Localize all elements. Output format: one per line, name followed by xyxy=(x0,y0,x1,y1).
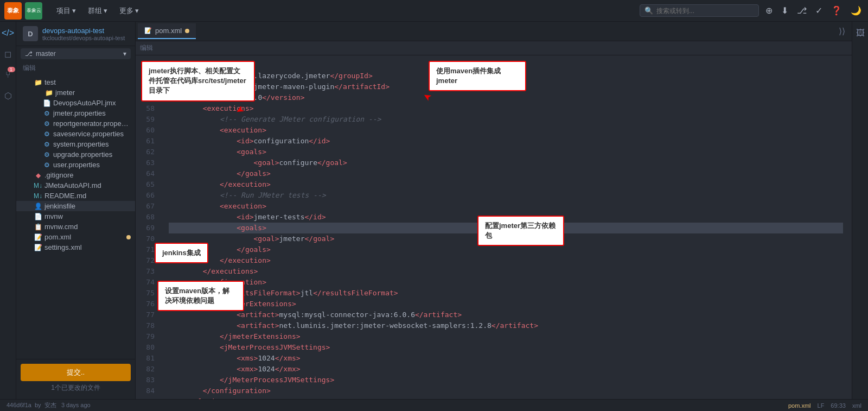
tree-item-reportgen[interactable]: ⚙ reportgenerator.properties xyxy=(16,118,135,129)
modified-badge xyxy=(126,235,131,239)
gear-icon: ⚙ xyxy=(42,110,51,117)
tree-item-label: test xyxy=(44,78,131,86)
md-icon: M↓ xyxy=(34,182,42,189)
editor-toolbar: 编辑 xyxy=(136,41,852,55)
tree-item-mvnwcmd[interactable]: 📋 mvnw.cmd xyxy=(16,222,135,232)
tree-item-jmeta-md[interactable]: M↓ JMetaAutoAPI.md xyxy=(16,180,135,191)
top-nav: 泰象 泰象云 项目 ▾ 群组 ▾ 更多 ▾ 🔍 ⊕ ⬇ ⎇ ✓ ❓ 🌙 xyxy=(0,0,868,22)
status-filename: pom.xml xyxy=(788,402,811,409)
tree-item-label: saveservice.properties xyxy=(53,130,131,138)
tree-item-user-props[interactable]: ⚙ user.properties xyxy=(16,160,135,170)
branch-selector[interactable]: ⎇ master ▾ xyxy=(21,48,131,59)
tree-item-label: settings.xml xyxy=(44,243,131,251)
tree-item-label: JMetaAutoAPI.md xyxy=(44,181,131,189)
branch-icon-small: ⎇ xyxy=(25,50,33,58)
jenkins-icon: 👤 xyxy=(34,203,42,210)
tree-item-test[interactable]: 📁 test xyxy=(16,77,135,87)
status-right: pom.xml LF 69:33 xml xyxy=(788,402,861,409)
xml-icon: 📝 xyxy=(34,244,42,251)
search-input[interactable] xyxy=(656,7,743,15)
nav-menu-more[interactable]: 更多 ▾ xyxy=(114,4,144,18)
gear-icon: ⚙ xyxy=(42,130,51,138)
branch-icon[interactable]: ⎇ xyxy=(795,3,809,18)
commit-button[interactable]: 提交.. xyxy=(21,364,131,381)
md-icon: M↓ xyxy=(34,192,42,200)
tree-item-label: pom.xml xyxy=(44,233,124,241)
merge-badge: 1 xyxy=(8,67,15,72)
nav-menu-project[interactable]: 项目 ▾ xyxy=(51,4,81,18)
repo-name[interactable]: devops-autoapi-test xyxy=(42,27,125,35)
preview-icon[interactable]: 🖼 xyxy=(854,26,867,40)
download-icon[interactable]: ⬇ xyxy=(779,3,790,18)
logo-icon-sub[interactable]: 泰象云 xyxy=(25,2,42,20)
tree-item-label: user.properties xyxy=(53,161,131,169)
tree-item-system[interactable]: ⚙ system.properties xyxy=(16,139,135,149)
branch-name: master xyxy=(36,50,56,58)
file-explorer: D devops-autoapi-test tkcloudtest/devops… xyxy=(16,22,136,399)
right-panel: 🖼 xyxy=(852,22,868,399)
commit-author: 安杰 xyxy=(44,402,56,408)
tree-item-settingsxml[interactable]: 📝 settings.xml xyxy=(16,242,135,252)
commit-hash: 446d6f1a xyxy=(7,402,31,408)
user-avatar[interactable]: 🌙 xyxy=(848,3,864,18)
main-area: </> ◻ ⑂ 1 ⬡ D devops-autoapi-test tkclou… xyxy=(0,22,868,399)
status-language: xml xyxy=(852,402,861,409)
commit-bar: 提交.. 1个已更改的文件 xyxy=(16,359,135,399)
gear-icon: ⚙ xyxy=(42,120,51,128)
tree-item-gitignore[interactable]: ◆ .gitignore xyxy=(16,170,135,180)
nav-search[interactable]: 🔍 xyxy=(640,4,759,17)
tree-item-label: README.md xyxy=(44,192,131,200)
merge-icon[interactable]: ⑂ 1 xyxy=(3,68,13,82)
tree-item-readme[interactable]: M↓ README.md xyxy=(16,191,135,201)
commit-status: 1个已更改的文件 xyxy=(21,381,131,395)
search-icon: 🔍 xyxy=(644,7,653,15)
tree-item-jmeter-props[interactable]: ⚙ jmeter.properties xyxy=(16,108,135,118)
tree-item-label: jmeter xyxy=(55,88,131,97)
tree-item-jmeter[interactable]: 📁 jmeter xyxy=(16,87,135,98)
cmd-icon: 📋 xyxy=(34,223,42,231)
commit-time: 3 days ago xyxy=(61,402,91,408)
file-icon: 📄 xyxy=(42,99,51,107)
annotation-jenkins: jenkins集成 xyxy=(155,243,208,263)
repo-info: devops-autoapi-test tkcloudtest/devops-a… xyxy=(42,27,125,41)
editor-area: 📝 pom.xml ⟩⟩ 编辑 545556575859606162636465… xyxy=(136,22,852,399)
repo-avatar: D xyxy=(23,26,38,41)
editor-tabs: 📝 pom.xml ⟩⟩ xyxy=(136,22,852,41)
git-icon: ◆ xyxy=(34,172,42,179)
branch-chevron: ▾ xyxy=(123,50,126,58)
annotation-maven-version: 设置maven版本，解决环境依赖问题 xyxy=(157,281,244,311)
tree-item-label: mvnw.cmd xyxy=(44,223,131,231)
tab-modified-dot xyxy=(185,29,189,33)
tree-item-label: jenkinsfile xyxy=(44,202,131,210)
annotation-third-party: 配置jmeter第三方依赖包 xyxy=(477,216,564,246)
code-icon[interactable]: </> xyxy=(0,26,16,40)
pipeline-icon[interactable]: ⬡ xyxy=(2,88,14,103)
status-bar: 446d6f1a by 安杰 3 days ago pom.xml LF 69:… xyxy=(0,399,868,411)
tree-item-label: jmeter.properties xyxy=(53,109,131,117)
folder-icon: 📁 xyxy=(34,79,42,86)
file-tree: 📁 test 📁 jmeter 📄 DevopsAutoAPI.jmx ⚙ jm… xyxy=(16,75,135,359)
annotation-jmeter-files: jmeter执行脚本、相关配置文件托管在代码库src/test/jmeter目录… xyxy=(141,61,255,102)
tab-xml-icon: 📝 xyxy=(144,27,152,34)
status-line-ending: LF xyxy=(818,402,825,409)
tree-item-jenkinsfile[interactable]: 👤 jenkinsfile xyxy=(16,201,135,211)
plus-icon[interactable]: ⊕ xyxy=(763,3,775,18)
toolbar-label: 编辑 xyxy=(140,44,153,52)
status-left: 446d6f1a by 安杰 3 days ago xyxy=(7,401,91,409)
nav-menu-group[interactable]: 群组 ▾ xyxy=(82,4,113,18)
check-icon[interactable]: ✓ xyxy=(813,3,825,18)
editor-content: 5455565758596061626364656667686970717273… xyxy=(136,55,852,399)
issues-icon[interactable]: ◻ xyxy=(2,47,14,61)
tree-item-label: system.properties xyxy=(53,140,131,148)
tree-item-jmx[interactable]: 📄 DevopsAutoAPI.jmx xyxy=(16,98,135,108)
edit-label: 编辑 xyxy=(16,61,135,75)
close-panel-icon[interactable]: ⟩⟩ xyxy=(839,27,845,36)
help-icon[interactable]: ❓ xyxy=(829,3,844,18)
tree-item-upgrade[interactable]: ⚙ upgrade.properties xyxy=(16,149,135,160)
editor-tab-pomxml[interactable]: 📝 pom.xml xyxy=(138,23,196,39)
tree-item-saveservice[interactable]: ⚙ saveservice.properties xyxy=(16,129,135,139)
logo-icon-main[interactable]: 泰象 xyxy=(4,2,22,20)
tree-item-pomxml[interactable]: 📝 pom.xml xyxy=(16,232,135,242)
tree-item-mvnw[interactable]: 📄 mvnw xyxy=(16,211,135,222)
tree-item-label: reportgenerator.properties xyxy=(53,119,131,128)
